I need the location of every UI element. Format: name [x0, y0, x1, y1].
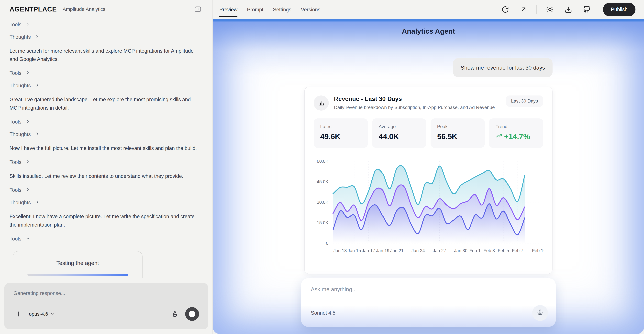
- svg-text:Jan 30: Jan 30: [454, 248, 468, 253]
- stat-peak: Peak 56.5K: [430, 118, 485, 148]
- thought-text: Excellent! I now have a complete picture…: [10, 212, 200, 229]
- chevron-right-icon: [26, 159, 30, 165]
- svg-text:Feb 3: Feb 3: [484, 248, 495, 253]
- svg-text:60.0K: 60.0K: [317, 159, 328, 164]
- preview-topbar: Preview Prompt Settings Versions: [213, 0, 644, 19]
- svg-text:0: 0: [326, 241, 328, 246]
- builder-composer: Generating response... opus-4.6: [4, 283, 208, 330]
- refresh-button[interactable]: [500, 4, 510, 14]
- thoughts-section-toggle[interactable]: Thoughts: [10, 131, 203, 137]
- svg-text:Jan 13: Jan 13: [334, 248, 347, 253]
- thought-text: Great, I've gathered the landscape. Let …: [10, 95, 200, 112]
- tab-versions[interactable]: Versions: [301, 2, 320, 17]
- svg-text:Jan 19: Jan 19: [376, 248, 389, 253]
- publish-button[interactable]: Publish: [603, 3, 636, 16]
- svg-text:Jan 21: Jan 21: [390, 248, 404, 253]
- tools-section-toggle[interactable]: Tools: [10, 119, 203, 125]
- download-icon: [564, 6, 572, 13]
- topbar-actions: Publish: [500, 3, 636, 16]
- github-button[interactable]: [582, 4, 592, 15]
- revenue-stats-row: Latest 49.6K Average 44.0K Peak 56.5K: [314, 118, 543, 148]
- builder-model-selector[interactable]: opus-4.6: [29, 311, 54, 317]
- chevron-right-icon: [26, 119, 30, 125]
- svg-text:Feb 5: Feb 5: [498, 248, 509, 253]
- testing-agent-title: Testing the agent: [23, 260, 132, 266]
- revenue-card: Revenue - Last 30 Days Daily revenue bre…: [304, 87, 552, 274]
- theme-toggle-button[interactable]: [545, 4, 555, 14]
- revenue-card-title: Revenue - Last 30 Days: [334, 95, 501, 102]
- chevron-right-icon: [26, 70, 30, 76]
- thought-text: Let me search for more relevant skills a…: [10, 47, 200, 63]
- open-external-button[interactable]: [518, 5, 528, 14]
- user-message-bubble: Show me revenue for last 30 days: [453, 58, 552, 77]
- svg-text:Feb 7: Feb 7: [512, 248, 523, 253]
- chevron-right-icon: [35, 200, 39, 206]
- svg-text:Jan 17: Jan 17: [362, 248, 375, 253]
- svg-text:Feb 1: Feb 1: [469, 248, 480, 253]
- chat-input[interactable]: [311, 286, 546, 293]
- project-name: Amplitude Analytics: [62, 6, 105, 12]
- thoughts-section-toggle[interactable]: Thoughts: [10, 200, 203, 206]
- microphone-icon: [536, 309, 544, 317]
- svg-text:Jan 27: Jan 27: [433, 248, 446, 253]
- trend-up-icon: [496, 132, 502, 141]
- svg-text:Jan 24: Jan 24: [412, 248, 425, 253]
- agent-name-title: Analytics Agent: [402, 27, 455, 35]
- style-brush-button[interactable]: [170, 309, 180, 319]
- chevron-right-icon: [35, 83, 39, 89]
- stop-generation-button[interactable]: [185, 307, 199, 321]
- chevron-right-icon: [35, 34, 39, 40]
- tab-prompt[interactable]: Prompt: [247, 2, 264, 17]
- refresh-icon: [502, 6, 509, 13]
- revenue-card-subtitle: Daily revenue breakdown by Subscription,…: [334, 105, 501, 110]
- plus-icon: [15, 310, 22, 318]
- chevron-right-icon: [26, 22, 30, 27]
- svg-text:15.0K: 15.0K: [317, 220, 328, 225]
- stat-average: Average 44.0K: [372, 118, 426, 148]
- mic-button[interactable]: [532, 305, 548, 321]
- tools-section-toggle-expanded[interactable]: Tools: [10, 236, 203, 242]
- tab-preview[interactable]: Preview: [219, 2, 238, 17]
- chart-icon-circle: [314, 95, 329, 111]
- chevron-right-icon: [35, 131, 39, 137]
- svg-text:Feb 10: Feb 10: [532, 248, 544, 253]
- agent-preview-panel: Preview Prompt Settings Versions: [213, 0, 644, 334]
- generation-status: Generating response...: [14, 290, 199, 296]
- chevron-down-icon: [26, 236, 30, 242]
- stat-latest: Latest 49.6K: [314, 118, 368, 148]
- sun-icon: [546, 6, 554, 13]
- tools-section-toggle[interactable]: Tools: [10, 159, 203, 165]
- svg-text:Jan 15: Jan 15: [348, 248, 361, 253]
- chat-model-selector[interactable]: Sonnet 4.5: [311, 310, 336, 316]
- tools-section-toggle[interactable]: Tools: [10, 70, 203, 76]
- download-button[interactable]: [563, 4, 574, 14]
- thought-text: Skills installed. Let me review their co…: [10, 172, 200, 180]
- preview-tabs: Preview Prompt Settings Versions: [219, 2, 320, 17]
- tools-section-toggle[interactable]: Tools: [10, 187, 203, 193]
- tab-settings[interactable]: Settings: [273, 2, 291, 17]
- agent-build-sidebar: AGENTPLACE Amplitude Analytics Tools Tho…: [0, 0, 213, 334]
- thoughts-section-toggle[interactable]: Thoughts: [10, 83, 203, 89]
- agent-preview-canvas: Analytics Agent Show me revenue for last…: [213, 19, 644, 334]
- app-logo: AGENTPLACE: [10, 5, 57, 13]
- thoughts-section-toggle[interactable]: Thoughts: [10, 34, 203, 40]
- panel-toggle-icon: [194, 5, 202, 13]
- add-attachment-button[interactable]: [14, 309, 23, 319]
- agent-timeline: Tools Thoughts Let me search for more re…: [0, 18, 212, 278]
- bar-chart-icon: [318, 99, 325, 107]
- svg-text:45.0K: 45.0K: [317, 179, 328, 184]
- revenue-chart: 015.0K30.0K45.0K60.0KJan 13Jan 15Jan 17J…: [314, 153, 543, 269]
- thought-text: Now I have the full picture. Let me inst…: [10, 144, 200, 152]
- toggle-sidebar-button[interactable]: [193, 4, 203, 14]
- stat-trend: Trend +14.7%: [489, 118, 543, 148]
- chevron-right-icon: [26, 187, 30, 193]
- chat-input-card: Sonnet 4.5: [301, 278, 556, 327]
- sidebar-header: AGENTPLACE Amplitude Analytics: [0, 0, 212, 18]
- testing-progress-bar: [28, 274, 128, 276]
- github-icon: [583, 5, 591, 13]
- date-range-badge: Last 30 Days: [506, 95, 543, 107]
- chevron-down-icon: [50, 311, 54, 317]
- stop-icon: [189, 311, 195, 317]
- svg-text:30.0K: 30.0K: [317, 200, 328, 205]
- tools-section-toggle[interactable]: Tools: [10, 22, 203, 27]
